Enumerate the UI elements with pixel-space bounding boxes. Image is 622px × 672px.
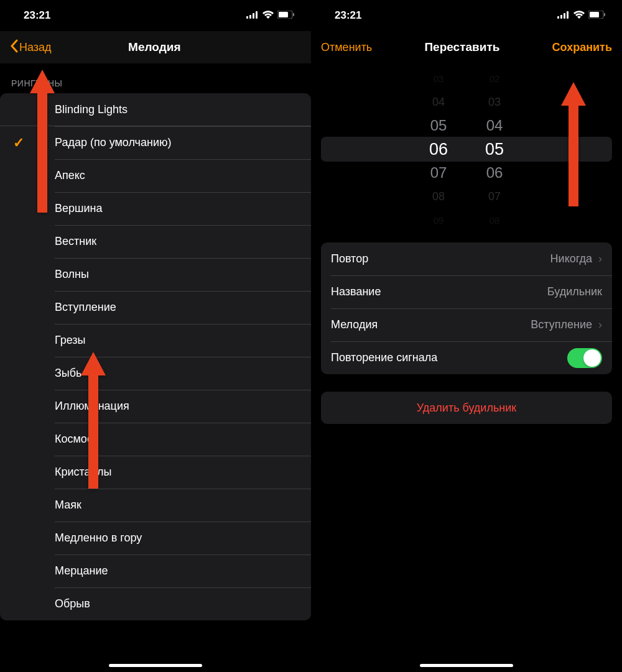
repeat-label: Повтор bbox=[331, 252, 368, 265]
status-icons bbox=[557, 9, 606, 22]
ringtone-row[interactable]: Blinding Lights bbox=[0, 93, 311, 126]
ringtone-label: Апекс bbox=[55, 169, 85, 182]
cancel-button[interactable]: Отменить bbox=[321, 41, 372, 54]
svg-rect-3 bbox=[256, 11, 258, 19]
wifi-icon bbox=[262, 9, 274, 22]
ringtone-row[interactable]: Вступление bbox=[0, 291, 311, 324]
cellular-icon bbox=[557, 9, 570, 22]
ringtone-row[interactable]: Вершина bbox=[0, 192, 311, 225]
left-screenshot: 23:21 Назад Мелодия РИНГТОНЫ Blinding Li… bbox=[0, 0, 311, 672]
svg-rect-6 bbox=[293, 13, 294, 16]
ringtone-label: Маяк bbox=[55, 499, 81, 512]
ringtone-label: Грезы bbox=[55, 334, 86, 347]
name-label: Название bbox=[331, 285, 381, 298]
nav-title: Мелодия bbox=[52, 40, 258, 54]
ringtone-row[interactable]: Маяк bbox=[0, 489, 311, 522]
repeat-row[interactable]: Повтор Никогда› bbox=[321, 242, 612, 275]
battery-icon bbox=[277, 9, 295, 22]
snooze-toggle[interactable] bbox=[567, 348, 602, 368]
ringtone-row[interactable]: Медленно в гору bbox=[0, 522, 311, 555]
ringtone-label: Медленно в гору bbox=[55, 532, 142, 545]
home-indicator[interactable] bbox=[109, 664, 202, 667]
right-screenshot: 23:21 Отменить Переставить Сохранить 03 … bbox=[311, 0, 622, 672]
section-header-ringtones: РИНГТОНЫ bbox=[0, 63, 311, 93]
ringtone-list: Blinding Lights✓Радар (по умолчанию)Апек… bbox=[0, 93, 311, 620]
back-button[interactable]: Назад bbox=[10, 39, 52, 56]
back-label: Назад bbox=[19, 41, 52, 54]
svg-rect-1 bbox=[249, 15, 251, 19]
home-indicator[interactable] bbox=[420, 664, 513, 667]
status-bar: 23:21 bbox=[0, 0, 311, 31]
name-row[interactable]: Название Будильник bbox=[321, 275, 612, 308]
delete-alarm-button[interactable]: Удалить будильник bbox=[321, 392, 612, 424]
sound-row[interactable]: Мелодия Вступление› bbox=[321, 308, 612, 341]
sound-value: Вступление bbox=[531, 318, 592, 331]
ringtone-label: Радар (по умолчанию) bbox=[55, 136, 171, 149]
ringtone-row[interactable]: Волны bbox=[0, 258, 311, 291]
ringtone-row[interactable]: Вестник bbox=[0, 225, 311, 258]
nav-bar: Назад Мелодия bbox=[0, 31, 311, 63]
svg-rect-2 bbox=[253, 13, 254, 19]
ringtone-row[interactable]: Космос bbox=[0, 423, 311, 456]
repeat-value: Никогда bbox=[550, 252, 592, 265]
alarm-settings-list: Повтор Никогда› Название Будильник Мелод… bbox=[321, 242, 612, 374]
svg-rect-14 bbox=[590, 12, 599, 17]
checkmark-icon: ✓ bbox=[0, 135, 37, 151]
svg-rect-9 bbox=[557, 16, 559, 19]
save-button[interactable]: Сохранить bbox=[552, 41, 612, 54]
time-picker[interactable]: 03 04 05 06 07 08 09 02 03 04 05 06 07 0… bbox=[311, 68, 622, 230]
nav-title: Переставить bbox=[372, 40, 552, 54]
ringtone-label: Волны bbox=[55, 268, 89, 281]
svg-rect-5 bbox=[279, 12, 288, 17]
ringtone-label: Вступление bbox=[55, 301, 116, 314]
ringtone-label: Blinding Lights bbox=[55, 103, 128, 116]
ringtone-row[interactable]: ✓Радар (по умолчанию) bbox=[0, 126, 311, 159]
chevron-right-icon: › bbox=[598, 318, 602, 331]
status-time: 23:21 bbox=[335, 9, 361, 22]
ringtone-row[interactable]: Кристаллы bbox=[0, 456, 311, 489]
ringtone-row[interactable]: Зыбь bbox=[0, 357, 311, 390]
minute-column[interactable]: 02 03 04 05 06 07 08 bbox=[485, 69, 504, 229]
ringtone-row[interactable]: Обрыв bbox=[0, 587, 311, 620]
ringtone-label: Иллюминация bbox=[55, 400, 129, 413]
ringtone-label: Зыбь bbox=[55, 367, 82, 380]
ringtone-row[interactable]: Апекс bbox=[0, 159, 311, 192]
ringtone-row[interactable]: Иллюминация bbox=[0, 390, 311, 423]
cellular-icon bbox=[246, 9, 259, 22]
ringtone-label: Космос bbox=[55, 433, 93, 446]
chevron-right-icon: › bbox=[598, 252, 602, 265]
hour-column[interactable]: 03 04 05 06 07 08 09 bbox=[429, 69, 448, 229]
ringtone-row[interactable]: Грезы bbox=[0, 324, 311, 357]
snooze-row: Повторение сигнала bbox=[321, 341, 612, 374]
status-icons bbox=[246, 9, 295, 22]
ringtone-label: Вестник bbox=[55, 235, 96, 248]
snooze-label: Повторение сигнала bbox=[331, 351, 437, 364]
nav-bar: Отменить Переставить Сохранить bbox=[311, 31, 622, 63]
ringtone-list-scroll[interactable]: РИНГТОНЫ Blinding Lights✓Радар (по умолч… bbox=[0, 63, 311, 672]
svg-rect-12 bbox=[567, 11, 569, 19]
status-bar: 23:21 bbox=[311, 0, 622, 31]
wifi-icon bbox=[573, 9, 585, 22]
ringtone-label: Кристаллы bbox=[55, 466, 112, 479]
battery-icon bbox=[588, 9, 606, 22]
svg-rect-0 bbox=[246, 16, 248, 19]
ringtone-label: Вершина bbox=[55, 202, 102, 215]
status-time: 23:21 bbox=[24, 9, 50, 22]
sound-label: Мелодия bbox=[331, 318, 378, 331]
ringtone-row[interactable]: Мерцание bbox=[0, 555, 311, 587]
name-value: Будильник bbox=[547, 285, 602, 298]
svg-rect-10 bbox=[560, 15, 562, 19]
svg-rect-15 bbox=[604, 13, 605, 16]
ringtone-label: Мерцание bbox=[55, 564, 108, 578]
svg-rect-11 bbox=[564, 13, 565, 19]
chevron-left-icon bbox=[10, 39, 18, 56]
ringtone-label: Обрыв bbox=[55, 597, 90, 610]
